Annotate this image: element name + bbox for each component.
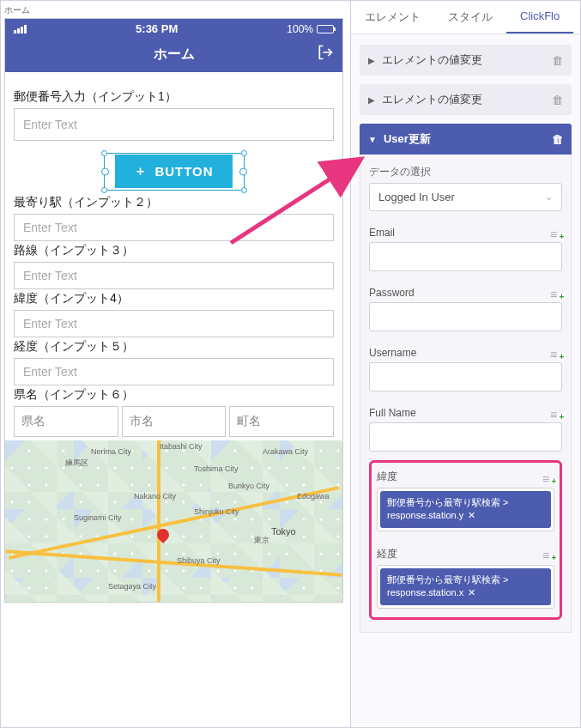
highlighted-section: 緯度 郵便番号から最寄り駅検索 > response.station.y ✕ 経… (369, 460, 562, 620)
line-input[interactable]: Enter Text (14, 262, 334, 289)
add-binding-icon[interactable] (542, 549, 554, 559)
map-label: Setagaya City (108, 582, 156, 591)
remove-chip-icon[interactable]: ✕ (468, 587, 475, 598)
action-title: User更新 (384, 131, 431, 147)
action-label: エレメントの値変更 (382, 52, 482, 68)
binding-chip[interactable]: 郵便番号から最寄り駅検索 > response.station.x ✕ (380, 568, 551, 605)
action-item-expanded-header[interactable]: ▼ User更新 🗑 (360, 124, 572, 155)
field-label-email: Email (369, 227, 395, 239)
map-label: Toshima City (194, 464, 239, 473)
breadcrumb: ホーム (1, 1, 350, 18)
pref-input[interactable]: 県名 (14, 406, 118, 437)
station-label: 最寄り駅（インプット２） (14, 195, 334, 210)
town-input[interactable]: 町名 (229, 406, 334, 437)
add-binding-icon[interactable] (550, 408, 562, 418)
field-label-password: Password (369, 287, 415, 299)
property-panel: エレメント スタイル ClickFlo ▶ エレメントの値変更 🗑 ▶ エレメン… (350, 1, 580, 727)
map-label: Itabashi City (160, 442, 203, 451)
add-binding-icon[interactable] (550, 288, 562, 298)
trash-icon[interactable]: 🗑 (552, 94, 563, 106)
add-binding-icon[interactable] (542, 472, 554, 482)
lat-input[interactable]: Enter Text (14, 310, 334, 337)
add-binding-icon[interactable] (550, 348, 562, 358)
field-label-lat: 緯度 (377, 470, 397, 484)
map-label: Arakawa City (263, 447, 308, 456)
field-label-lon: 経度 (377, 547, 397, 561)
battery-percent: 100% (287, 23, 313, 35)
map-label: Suginami City (74, 513, 122, 522)
fullname-binding-box[interactable] (369, 422, 562, 452)
line-label: 路線（インプット３） (14, 243, 334, 258)
panel-tabs: エレメント スタイル ClickFlo (351, 1, 580, 34)
add-binding-icon[interactable] (550, 228, 562, 238)
password-binding-box[interactable] (369, 302, 562, 331)
trash-icon[interactable]: 🗑 (552, 54, 563, 67)
map-label: Nakano City (134, 492, 176, 500)
trash-icon[interactable]: 🗑 (552, 133, 563, 146)
username-binding-box[interactable] (369, 362, 562, 391)
map-label: Tokyo (271, 526, 296, 537)
map-label: Edogawa (297, 492, 330, 500)
caret-right-icon: ▶ (368, 56, 375, 65)
logout-icon[interactable] (317, 44, 334, 64)
lon-input[interactable]: Enter Text (14, 358, 334, 385)
station-input[interactable]: Enter Text (14, 214, 334, 241)
postal-label: 郵便番号入力（インプット1） (14, 89, 334, 105)
plus-icon: ＋ (134, 163, 148, 179)
button-label: BUTTON (154, 164, 213, 179)
postal-input[interactable]: Enter Text (14, 108, 334, 141)
remove-chip-icon[interactable]: ✕ (468, 510, 475, 520)
map-component[interactable]: Nerima City Toshima City Nakano City Sug… (5, 440, 342, 602)
tab-elements[interactable]: エレメント (351, 1, 434, 33)
action-label: エレメントの値変更 (382, 92, 482, 107)
map-label: 練馬区 (65, 458, 88, 469)
caret-down-icon: ▼ (368, 135, 377, 144)
map-label: Shinjuku City (194, 507, 239, 516)
title-bar: ホーム (5, 39, 342, 72)
chevron-down-icon: ⌄ (545, 191, 553, 203)
status-time: 5:36 PM (136, 22, 178, 35)
data-select[interactable]: Logged In User ⌄ (369, 183, 562, 211)
lat-label: 緯度（インプット4） (14, 291, 334, 306)
caret-right-icon: ▶ (368, 95, 375, 105)
map-label: Bunkyo City (228, 482, 269, 490)
pref-title: 県名（インプット６） (14, 387, 334, 403)
lon-binding-box[interactable]: 郵便番号から最寄り駅検索 > response.station.x ✕ (377, 565, 554, 609)
select-value: Logged In User (378, 191, 455, 203)
action-item-collapsed[interactable]: ▶ エレメントの値変更 🗑 (360, 45, 572, 76)
page-title: ホーム (154, 46, 195, 61)
email-binding-box[interactable] (369, 242, 562, 271)
map-label: 東京 (254, 535, 269, 546)
city-input[interactable]: 市名 (122, 406, 227, 437)
phone-mockup: 5:36 PM 100% ホーム 郵便番号入力（インプット1） Enter Te… (4, 18, 343, 603)
map-label: Shibuya City (177, 556, 221, 565)
lon-label: 経度（インプット５） (14, 339, 334, 355)
tab-style[interactable]: スタイル (434, 1, 506, 33)
field-label-fullname: Full Name (369, 407, 416, 419)
map-label: Nerima City (91, 447, 131, 456)
signal-icon (14, 25, 27, 33)
phone-body: 郵便番号入力（インプット1） Enter Text ＋ BUTTON 最寄り駅（… (5, 72, 342, 602)
action-item-collapsed[interactable]: ▶ エレメントの値変更 🗑 (360, 84, 572, 115)
data-select-label: データの選択 (369, 165, 562, 179)
battery-icon (317, 25, 334, 33)
field-label-username: Username (369, 347, 416, 359)
canvas-area: ホーム 5:36 PM 100% ホーム 郵便番号入力（インプット1） Ente… (1, 1, 350, 727)
action-item-body: データの選択 Logged In User ⌄ Email Password U… (360, 155, 572, 633)
button-element[interactable]: ＋ BUTTON (115, 155, 232, 188)
status-bar: 5:36 PM 100% (5, 19, 342, 39)
lat-binding-box[interactable]: 郵便番号から最寄り駅検索 > response.station.y ✕ (377, 488, 554, 531)
tab-clickflow[interactable]: ClickFlo (506, 1, 573, 33)
binding-chip[interactable]: 郵便番号から最寄り駅検索 > response.station.y ✕ (380, 491, 551, 528)
